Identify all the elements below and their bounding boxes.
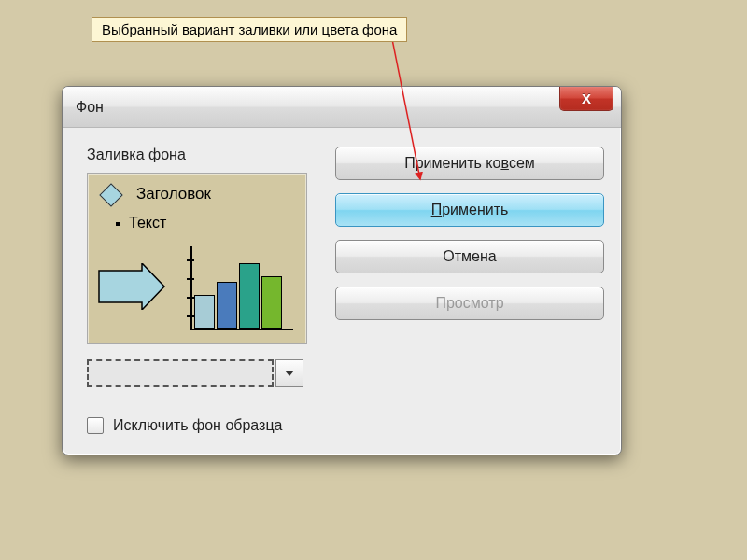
apply-button[interactable]: Применить [335,193,604,227]
callout-annotation: Выбранный вариант заливки или цвета фона [92,17,407,42]
background-dialog: Фон Х Заливка фона Заголовок Текст [62,86,622,455]
apply-to-all-button[interactable]: Применить ко всем [335,147,604,180]
close-button[interactable]: Х [559,87,613,111]
exclude-master-label: Исключить фон образца [113,417,282,434]
preview-button[interactable]: Просмотр [335,287,604,320]
fill-swatch[interactable] [87,359,274,387]
bullet-icon [116,222,120,226]
diamond-icon [99,183,122,206]
callout-text: Выбранный вариант заливки или цвета фона [102,21,397,37]
right-column: Применить ко всем Применить Отмена Просм… [335,147,604,387]
arrow-shape-icon [97,263,166,310]
fill-dropdown-button[interactable] [275,359,303,387]
chevron-down-icon [285,371,294,376]
chart-icon [181,246,293,330]
preview-title: Заголовок [136,185,211,203]
fill-group-label: Заливка фона [87,147,317,163]
dialog-body: Заливка фона Заголовок Текст [63,128,621,404]
fill-selector-row [87,359,317,387]
dialog-title: Фон [76,99,104,116]
slide-preview: Заголовок Текст [87,173,307,344]
left-column: Заливка фона Заголовок Текст [87,147,317,387]
checkbox-row: Исключить фон образца [63,404,621,455]
preview-bullet: Текст [129,215,166,231]
titlebar: Фон Х [63,87,621,128]
close-icon: Х [582,91,591,106]
exclude-master-checkbox[interactable] [87,417,104,434]
cancel-button[interactable]: Отмена [335,240,604,273]
